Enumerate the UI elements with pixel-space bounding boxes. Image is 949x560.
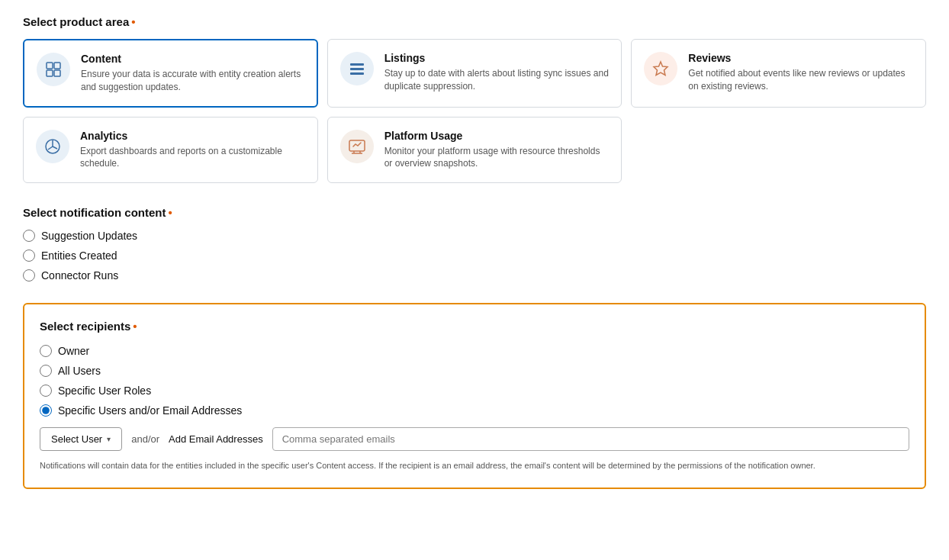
listings-icon xyxy=(348,60,366,78)
listings-card-title: Listings xyxy=(384,52,610,64)
recipients-title: Select recipients• xyxy=(40,320,909,333)
platform-card-title: Platform Usage xyxy=(384,130,610,142)
product-card-grid: Content Ensure your data is accurate wit… xyxy=(23,39,926,183)
notification-note: Notifications will contain data for the … xyxy=(40,460,909,471)
product-card-listings[interactable]: Listings Stay up to date with alerts abo… xyxy=(327,39,622,108)
reviews-card-text: Reviews Get notified about events like n… xyxy=(688,52,913,93)
notification-required: • xyxy=(169,206,172,219)
notification-content-title-text: Select notification content xyxy=(23,206,166,219)
all-users-label: All Users xyxy=(58,365,101,377)
radio-suggestion-updates[interactable]: Suggestion Updates xyxy=(23,230,926,242)
listings-card-text: Listings Stay up to date with alerts abo… xyxy=(384,52,610,93)
content-card-text: Content Ensure your data is accurate wit… xyxy=(81,53,304,94)
svg-rect-2 xyxy=(47,70,53,76)
recipients-title-text: Select recipients xyxy=(40,320,130,333)
radio-specific-users[interactable]: Specific Users and/or Email Addresses xyxy=(40,404,909,417)
radio-all-users-input[interactable] xyxy=(40,365,52,377)
svg-rect-5 xyxy=(350,68,364,70)
radio-entities-created[interactable]: Entities Created xyxy=(23,249,926,262)
analytics-card-title: Analytics xyxy=(80,130,305,142)
listings-card-description: Stay up to date with alerts about listin… xyxy=(384,67,610,93)
and-or-text: and/or xyxy=(131,433,159,445)
select-user-label: Select User xyxy=(51,433,102,445)
radio-all-users[interactable]: All Users xyxy=(40,365,909,377)
product-area-required: • xyxy=(131,15,135,28)
content-icon xyxy=(44,60,63,79)
radio-specific-roles-input[interactable] xyxy=(40,385,52,397)
product-card-content[interactable]: Content Ensure your data is accurate wit… xyxy=(23,39,318,108)
recipients-options: Owner All Users Specific User Roles Spec… xyxy=(40,345,909,417)
reviews-card-title: Reviews xyxy=(688,52,913,64)
radio-connector-input[interactable] xyxy=(23,269,35,282)
analytics-icon xyxy=(43,137,62,156)
svg-marker-7 xyxy=(654,62,668,76)
reviews-icon-bg xyxy=(644,52,677,85)
email-input[interactable] xyxy=(272,427,909,451)
recipient-row: Select User ▾ and/or Add Email Addresses xyxy=(40,427,909,451)
notification-options: Suggestion Updates Entities Created Conn… xyxy=(23,230,926,282)
svg-rect-4 xyxy=(350,63,364,66)
platform-icon xyxy=(348,137,366,156)
platform-card-description: Monitor your platform usage with resourc… xyxy=(384,145,610,171)
platform-icon-bg xyxy=(340,130,374,163)
platform-card-text: Platform Usage Monitor your platform usa… xyxy=(384,130,610,171)
product-card-analytics[interactable]: Analytics Export dashboards and reports … xyxy=(23,117,318,184)
reviews-card-description: Get notified about events like new revie… xyxy=(688,67,913,93)
specific-users-label: Specific Users and/or Email Addresses xyxy=(58,404,242,417)
product-area-title-text: Select product area xyxy=(23,15,129,28)
product-card-reviews[interactable]: Reviews Get notified about events like n… xyxy=(631,39,926,108)
product-area-section: Select product area• Content Ensure your… xyxy=(23,15,926,183)
svg-rect-1 xyxy=(54,63,60,69)
radio-connector-runs[interactable]: Connector Runs xyxy=(23,269,926,282)
recipients-section: Select recipients• Owner All Users Speci… xyxy=(23,303,926,488)
suggestion-updates-label: Suggestion Updates xyxy=(41,230,137,242)
add-email-label: Add Email Addresses xyxy=(169,433,263,445)
svg-rect-6 xyxy=(350,72,364,75)
svg-rect-0 xyxy=(47,63,53,69)
radio-specific-roles[interactable]: Specific User Roles xyxy=(40,385,909,397)
chevron-down-icon: ▾ xyxy=(107,435,111,443)
product-card-platform[interactable]: Platform Usage Monitor your platform usa… xyxy=(327,117,622,184)
notification-content-title: Select notification content• xyxy=(23,206,926,219)
listings-icon-bg xyxy=(340,52,374,85)
connector-runs-label: Connector Runs xyxy=(41,269,118,282)
entities-created-label: Entities Created xyxy=(41,249,117,262)
specific-roles-label: Specific User Roles xyxy=(58,385,151,397)
analytics-card-description: Export dashboards and reports on a custo… xyxy=(80,145,305,171)
product-area-title: Select product area• xyxy=(23,15,926,28)
svg-rect-3 xyxy=(54,70,60,76)
reviews-icon xyxy=(651,60,670,78)
notification-content-section: Select notification content• Suggestion … xyxy=(23,206,926,282)
content-icon-bg xyxy=(37,53,70,86)
radio-owner[interactable]: Owner xyxy=(40,345,909,357)
content-card-title: Content xyxy=(81,53,304,65)
radio-owner-input[interactable] xyxy=(40,345,52,357)
radio-suggestion-input[interactable] xyxy=(23,230,35,242)
recipients-required: • xyxy=(133,320,137,333)
owner-label: Owner xyxy=(58,345,89,357)
select-user-button[interactable]: Select User ▾ xyxy=(40,427,122,451)
analytics-icon-bg xyxy=(36,130,69,163)
radio-entities-input[interactable] xyxy=(23,249,35,262)
content-card-description: Ensure your data is accurate with entity… xyxy=(81,68,304,94)
radio-specific-users-input[interactable] xyxy=(40,404,52,417)
analytics-card-text: Analytics Export dashboards and reports … xyxy=(80,130,305,171)
